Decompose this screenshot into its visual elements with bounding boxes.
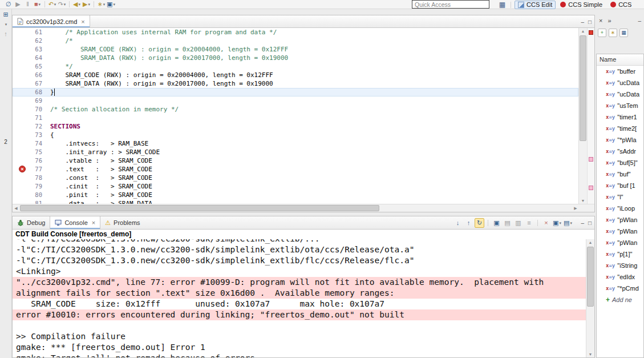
forward-nav-icon[interactable]: ▶▾ bbox=[82, 0, 91, 9]
code-line-62[interactable]: 62 /* bbox=[13, 37, 578, 45]
code-line-64[interactable]: 64 SRAM_DATA (RWX) : origin = 0x20017000… bbox=[13, 54, 578, 62]
expression-row[interactable]: x=y"buf[5]" bbox=[597, 157, 643, 168]
console-vertical-scrollbar[interactable]: ▲ ▼ bbox=[586, 239, 594, 357]
new-wizard-icon[interactable]: ∗▾ bbox=[96, 0, 106, 9]
layout-menu-icon[interactable]: ▦ bbox=[619, 29, 628, 37]
scroll-up-icon[interactable]: ↑ bbox=[464, 218, 473, 228]
expression-row[interactable]: x=y"ucData bbox=[597, 89, 643, 100]
view-overflow-icon[interactable]: » bbox=[607, 17, 611, 24]
scroll-up-arrow-icon[interactable]: ▲ bbox=[579, 28, 587, 34]
expression-row[interactable]: x=y"l" bbox=[597, 191, 643, 203]
close-icon[interactable]: × bbox=[92, 219, 95, 226]
connect-target-icon[interactable]: ▣▾ bbox=[106, 0, 116, 9]
scroll-up-arrow-icon[interactable]: ▲ bbox=[586, 239, 594, 246]
clear-console-icon[interactable]: ▤ bbox=[503, 218, 512, 228]
expression-row[interactable]: x=y"buffer bbox=[597, 66, 643, 77]
perspective-ccs-other[interactable]: CCS bbox=[607, 1, 635, 9]
undo-icon[interactable]: ↶▾ bbox=[47, 0, 57, 9]
column-header-name[interactable]: Name bbox=[597, 54, 643, 66]
editor-tab-cc3200v1p32[interactable]: cc3200v1p32.cmd × bbox=[13, 15, 90, 27]
remove-launch-icon[interactable]: × bbox=[541, 218, 551, 228]
scroll-lock-icon[interactable]: ▥ bbox=[513, 218, 523, 228]
expression-row[interactable]: x=y"sAddr bbox=[597, 146, 643, 157]
error-icon[interactable]: × bbox=[19, 166, 26, 172]
code-line-76[interactable]: 76 .vtable : > SRAM_CODE bbox=[13, 156, 578, 165]
expression-row[interactable]: x=y"*pCmd bbox=[597, 283, 643, 294]
minimize-console-icon[interactable]: – bbox=[581, 220, 584, 226]
resume-icon[interactable]: ▶ bbox=[13, 0, 23, 9]
annotation-overview-mark[interactable] bbox=[589, 186, 593, 190]
code-line-78[interactable]: 78 .const : > SRAM_CODE bbox=[13, 174, 578, 182]
code-line-61[interactable]: 61 /* Application uses internal RAM for … bbox=[13, 28, 578, 37]
tab-problems[interactable]: ⚠ Problems bbox=[100, 216, 144, 229]
expression-row[interactable]: x=y"iString bbox=[597, 260, 643, 271]
expression-row[interactable]: x=y"*pWla bbox=[597, 134, 643, 146]
error-overview-mark[interactable] bbox=[589, 30, 593, 35]
minimize-view-icon[interactable]: – bbox=[638, 18, 641, 24]
pin-console-icon[interactable]: ▣ bbox=[492, 218, 501, 228]
expression-row[interactable]: x=y"pWlan bbox=[597, 237, 643, 248]
overview-ruler[interactable] bbox=[587, 28, 594, 204]
word-wrap-icon[interactable]: ≡ bbox=[524, 218, 534, 228]
back-nav-icon[interactable]: ◀▾ bbox=[72, 0, 82, 9]
code-line-63[interactable]: 63 SRAM_CODE (RWX) : origin = 0x20004000… bbox=[13, 45, 578, 54]
skip-all-breakpoints-icon[interactable]: ∅ bbox=[3, 0, 13, 9]
code-line-70[interactable]: 70/* Section allocation in memory */ bbox=[13, 105, 578, 114]
code-line-80[interactable]: 80 .pinit : > SRAM_CODE bbox=[13, 191, 578, 199]
expression-row[interactable]: x=y"edIdx bbox=[597, 271, 643, 283]
close-view-icon[interactable]: × bbox=[599, 17, 602, 24]
code-line-75[interactable]: 75 .init_array : > SRAM_CODE bbox=[13, 148, 578, 156]
code-line-65[interactable]: 65 */ bbox=[13, 62, 578, 71]
expression-row[interactable]: x=y"timer1 bbox=[597, 111, 643, 123]
error-marker-gutter[interactable]: × bbox=[18, 165, 27, 174]
chevron-down-icon[interactable]: ▾ bbox=[0, 20, 11, 29]
redo-icon[interactable]: ↷▾ bbox=[57, 0, 67, 9]
expression-row[interactable]: x=y"time2[ bbox=[597, 123, 643, 134]
scroll-right-arrow-icon[interactable]: ▶ bbox=[572, 204, 579, 212]
expression-row[interactable]: x=y"ucData bbox=[597, 77, 643, 89]
code-line-69[interactable]: 69 bbox=[13, 96, 578, 105]
perspective-ccs-edit[interactable]: CCS Edit bbox=[515, 1, 556, 9]
minimized-view-icon[interactable]: ↑ bbox=[0, 30, 11, 38]
code-line-71[interactable]: 71 bbox=[13, 114, 578, 122]
expression-row[interactable]: x=y"pWlan bbox=[597, 214, 643, 226]
editor-hscroll-thumb[interactable] bbox=[20, 205, 379, 211]
show-type-names-icon[interactable]: ∗ bbox=[609, 29, 617, 37]
perspective-ccs-simple[interactable]: CCS Simple bbox=[557, 1, 606, 9]
expression-row[interactable]: x=y"pWlan bbox=[597, 226, 643, 237]
editor-scroll-thumb[interactable] bbox=[580, 35, 586, 141]
expression-row[interactable]: x=y"iLoop bbox=[597, 203, 643, 214]
code-line-74[interactable]: 74 .intvecs: > RAM_BASE bbox=[13, 139, 578, 148]
editor-horizontal-scrollbar[interactable]: ◀ ▶ bbox=[13, 204, 594, 212]
tab-debug[interactable]: Debug bbox=[13, 216, 50, 229]
open-console-icon[interactable]: ▤▾ bbox=[563, 218, 573, 228]
code-line-67[interactable]: 67 SRAM_DATA (RWX) : origin = 0x20017000… bbox=[13, 79, 578, 88]
code-line-66[interactable]: 66 SRAM_CODE (RWX) : origin = 0x20004000… bbox=[13, 71, 578, 79]
display-console-icon[interactable]: ▣▾ bbox=[552, 218, 562, 228]
close-icon[interactable]: × bbox=[81, 18, 84, 25]
code-line-73[interactable]: 73{ bbox=[13, 131, 578, 139]
quick-access-input[interactable] bbox=[412, 0, 489, 9]
scroll-down-icon[interactable]: ↓ bbox=[453, 218, 463, 228]
code-line-72[interactable]: 72SECTIONS bbox=[13, 122, 578, 131]
open-perspective-button[interactable]: ▦ bbox=[497, 1, 507, 9]
scroll-down-arrow-icon[interactable]: ▼ bbox=[586, 351, 594, 357]
code-line-68[interactable]: 68} bbox=[13, 88, 578, 96]
annotation-overview-mark[interactable] bbox=[589, 157, 593, 162]
expression-row[interactable]: x=y"buf [1 bbox=[597, 180, 643, 191]
console-output[interactable]: -l"C:/TI/CC3200SDK_1.3.0.new/cc3200-sdk/… bbox=[13, 239, 594, 357]
expression-row[interactable]: x=y"p[1]" bbox=[597, 248, 643, 260]
suspend-icon[interactable]: ‖ bbox=[23, 0, 33, 9]
scroll-down-arrow-icon[interactable]: ▼ bbox=[579, 198, 587, 204]
maximize-console-icon[interactable]: □ bbox=[588, 220, 592, 226]
code-line-77[interactable]: ×77 .text : > SRAM_CODE bbox=[13, 165, 578, 174]
expression-row[interactable]: x=y"usTem bbox=[597, 100, 643, 111]
add-expression-icon[interactable]: + bbox=[598, 29, 606, 37]
tab-console[interactable]: Console × bbox=[50, 216, 100, 229]
minimize-editor-icon[interactable]: – bbox=[581, 19, 584, 25]
restore-view-icon[interactable]: ⊞ bbox=[0, 10, 11, 19]
add-expression-row[interactable]: + Add ne bbox=[597, 294, 643, 305]
code-line-81[interactable]: 81 .data : > SRAM_DATA bbox=[13, 199, 578, 204]
editor-vertical-scrollbar[interactable]: ▲ ▼ bbox=[578, 28, 587, 204]
console-scroll-thumb[interactable] bbox=[587, 247, 594, 307]
